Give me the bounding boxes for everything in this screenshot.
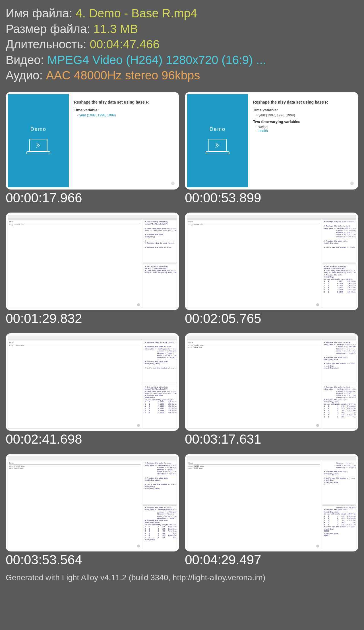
env-title: Data	[189, 462, 320, 465]
console-pane: direction = "wide") # Preview the wide d…	[322, 505, 356, 549]
footer-text: Generated with Light Alloy v4.11.2 (buil…	[6, 573, 358, 582]
slide-right-panel: Reshape the nlsy data set using base R T…	[248, 94, 356, 187]
thumbnail-2: Demo Reshape the nlsy data set using bas…	[185, 92, 358, 205]
timestamp: 00:01:29.832	[6, 311, 179, 326]
env-row: nlsy 26952 obs.	[9, 465, 141, 468]
audio-value: AAC 48000Hz stereo 96kbps	[46, 69, 200, 82]
rstudio-titlebar	[187, 215, 356, 219]
environment-pane: Data nlsy 26952 obs. nls. 8984 obs.	[8, 461, 142, 549]
meta-video: Видео: MPEG4 Video (H264) 1280x720 (16:9…	[6, 52, 358, 68]
slide-left-panel: Demo	[8, 94, 69, 187]
timestamp: 00:00:17.966	[6, 190, 179, 205]
svg-rect-3	[206, 152, 229, 154]
timestamp: 00:00:53.899	[185, 190, 358, 205]
slide-heading: Reshape the nlsy data set using base R	[253, 100, 351, 104]
slide-right-panel: Reshape the nlsy data set using base R T…	[69, 94, 177, 187]
thumbnail-7: # Reshape the data to wide nlsy_wide <- …	[6, 454, 179, 567]
environment-pane: Data nlsy 26952 obs.	[8, 219, 142, 308]
slide-left-panel: Demo	[187, 94, 248, 187]
thumbnail-frame: Demo Reshape the nlsy data set using bas…	[185, 92, 358, 190]
slide-sub-time: Time variable:	[74, 108, 172, 112]
thumbnail-frame: # Reshape nlsy to wide format ---- # Res…	[185, 213, 358, 310]
thumbnail-5: # Reshape nlsy to wide format ---- # Res…	[6, 333, 179, 447]
env-title: Data	[189, 221, 320, 223]
slide-bullet-weight: weight	[257, 125, 351, 129]
slide-bullet-year: year (1997, 1998, 1999)	[257, 113, 351, 117]
thumbnail-frame: # Reshape nlsy to wide format ---- # Res…	[6, 333, 179, 431]
meta-duration: Длительность: 00:04:47.466	[6, 37, 358, 52]
code-editor-pane: # Reshape nlsy to wide format ---- # Res…	[143, 340, 177, 384]
slide-bullet-year: year (1997, 1998, 1999)	[77, 113, 172, 117]
environment-pane: Data nlsy 26952 obs.	[8, 340, 142, 429]
thumbnail-1: Demo Reshape the nlsy data set using bas…	[6, 92, 179, 205]
timestamp: 00:04:29.497	[185, 552, 358, 567]
thumbnail-4: # Reshape nlsy to wide format ---- # Res…	[185, 213, 358, 326]
env-row: nlsy 26952 obs.	[189, 345, 320, 347]
rstudio-titlebar	[187, 456, 356, 460]
timestamp: 00:03:53.564	[6, 552, 179, 567]
env-title: Data	[9, 462, 141, 465]
thumbnail-frame: # Set working directory setwd("C:/Plural…	[6, 213, 179, 310]
duration-label: Длительность:	[6, 38, 90, 51]
thumbnail-6: # Reshape the data to wide nlsy_wide <- …	[185, 333, 358, 447]
timestamp: 00:03:17.631	[185, 431, 358, 447]
env-title: Data	[189, 341, 320, 344]
console-pane: # Reshape the data to wide nlsy_wide <- …	[143, 505, 177, 549]
filesize-label: Размер файла:	[6, 22, 94, 36]
console-pane: # Reshape the data to wide nlsy_wide <- …	[322, 385, 356, 429]
slide-bullet-health: health	[257, 129, 351, 133]
filename-value: 4. Demo - Base R.mp4	[76, 7, 197, 20]
svg-rect-1	[27, 152, 50, 154]
env-row: nlsy 26952 obs.	[9, 224, 141, 226]
slide-sub-time: Time variable:	[253, 108, 351, 112]
slide-demo-title: Demo	[30, 126, 46, 132]
code-editor-pane: # Reshape the data to wide nlsy_wide <- …	[322, 340, 356, 384]
thumbnail-grid: Demo Reshape the nlsy data set using bas…	[6, 92, 358, 568]
thumbnail-8: timevar = "year", idvar = c("id", "sex",…	[185, 454, 358, 567]
slide-nav-icon	[350, 182, 354, 185]
environment-pane: Data nlsy 26952 obs. nls. 8984 obs.	[187, 461, 321, 549]
slide-demo-title: Demo	[210, 126, 226, 132]
env-row: nlsy 26952 obs.	[189, 224, 320, 226]
meta-filename: Имя файла: 4. Demo - Base R.mp4	[6, 6, 358, 21]
video-label: Видео:	[6, 53, 47, 67]
laptop-icon	[205, 138, 230, 155]
environment-pane: Data nlsy 26952 obs.	[187, 219, 321, 308]
meta-audio: Аудио: AAC 48000Hz stereo 96kbps	[6, 68, 358, 83]
filename-label: Имя файла:	[6, 7, 76, 20]
thumbnail-frame: # Reshape the data to wide nlsy_wide <- …	[185, 333, 358, 431]
laptop-icon	[26, 138, 51, 155]
file-metadata: Имя файла: 4. Demo - Base R.mp4 Размер ф…	[6, 6, 358, 83]
svg-rect-2	[209, 139, 226, 151]
duration-value: 00:04:47.466	[90, 38, 160, 51]
env-row: nls. 8984 obs.	[189, 347, 320, 349]
code-editor-pane: timevar = "year", idvar = c("id", "sex",…	[322, 461, 356, 505]
audio-label: Аудио:	[6, 69, 46, 82]
filesize-value: 11.3 MB	[94, 22, 138, 36]
timestamp: 00:02:05.765	[185, 311, 358, 326]
env-row: nls. 8984 obs.	[189, 467, 320, 470]
console-pane: # Set working directory setwd("C:/Plural…	[143, 385, 177, 429]
meta-filesize: Размер файла: 11.3 MB	[6, 21, 358, 37]
env-row: nlsy 26952 obs.	[9, 345, 141, 347]
rstudio-titlebar	[8, 215, 177, 219]
code-editor-pane: # Set working directory setwd("C:/Plural…	[143, 219, 177, 263]
env-title: Data	[9, 221, 141, 223]
timestamp: 00:02:41.698	[6, 431, 179, 447]
thumbnail-frame: # Reshape the data to wide nlsy_wide <- …	[6, 454, 179, 551]
code-editor-pane: # Reshape nlsy to wide format ---- # Res…	[322, 219, 356, 263]
thumbnail-frame: timevar = "year", idvar = c("id", "sex",…	[185, 454, 358, 551]
slide-sub-vars: Two time-varying variables	[253, 120, 351, 124]
env-row: nls. 8984 obs.	[9, 467, 141, 470]
console-pane: # Set working directory setwd("C:/Plural…	[143, 264, 177, 308]
slide-nav-icon	[171, 182, 175, 185]
video-value: MPEG4 Video (H264) 1280x720 (16:9) ...	[47, 53, 266, 67]
thumbnail-3: # Set working directory setwd("C:/Plural…	[6, 213, 179, 326]
code-editor-pane: # Reshape the data to wide nlsy_wide <- …	[143, 461, 177, 505]
rstudio-titlebar	[8, 456, 177, 460]
rstudio-titlebar	[187, 335, 356, 339]
environment-pane: Data nlsy 26952 obs. nls. 8984 obs.	[187, 340, 321, 429]
rstudio-titlebar	[8, 335, 177, 339]
env-title: Data	[9, 341, 141, 344]
env-row: nlsy 26952 obs.	[189, 465, 320, 468]
